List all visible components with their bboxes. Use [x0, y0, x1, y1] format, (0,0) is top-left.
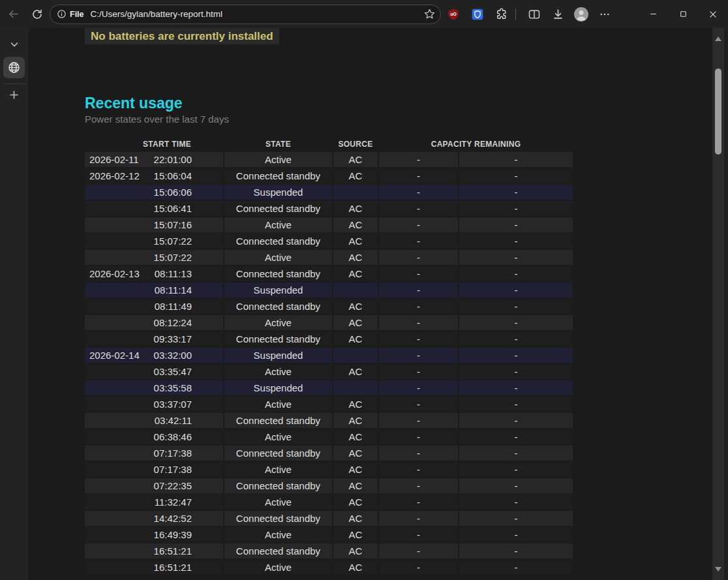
table-row: 15:07:16ActiveAC--	[85, 217, 573, 232]
cell-start-time: 07:17:38	[85, 446, 223, 461]
cell-capacity-1: -	[379, 364, 458, 379]
tab-actions-button[interactable]	[7, 37, 21, 51]
cell-state: Suspended	[224, 348, 332, 363]
cell-start-time: 11:32:47	[85, 495, 223, 510]
table-row: 07:17:38Connected standbyAC--	[85, 446, 573, 461]
sidebar-divider	[3, 84, 25, 84]
download-icon	[552, 8, 564, 20]
start-clock-time: 03:32:00	[154, 348, 223, 363]
table-row: 07:17:38ActiveAC--	[85, 462, 573, 477]
cell-capacity-1: -	[379, 331, 458, 346]
table-row: 15:07:22Connected standbyAC--	[85, 234, 573, 249]
table-row: 08:12:24ActiveAC--	[85, 315, 573, 330]
cell-capacity-2: -	[459, 478, 573, 493]
cell-source: AC	[333, 234, 378, 249]
cell-capacity-1: -	[379, 380, 458, 395]
refresh-button[interactable]	[28, 5, 46, 23]
table-row: 15:06:41Connected standbyAC--	[85, 201, 573, 216]
close-button[interactable]	[698, 0, 728, 28]
cell-source: AC	[333, 331, 378, 346]
start-clock-time: 03:37:07	[154, 397, 223, 412]
cell-source: AC	[333, 560, 378, 575]
profile-button[interactable]	[573, 5, 589, 23]
cell-start-time: 15:07:22	[85, 250, 223, 265]
cell-source: AC	[333, 266, 378, 281]
cell-capacity-1: -	[379, 217, 458, 232]
start-clock-time: 07:17:38	[154, 446, 223, 461]
section-title: Recent usage	[85, 94, 183, 112]
active-tab-battery-report[interactable]	[3, 57, 25, 78]
bitwarden-extension-button[interactable]	[471, 8, 484, 21]
start-date	[85, 364, 89, 379]
table-row: 08:11:14Suspended--	[85, 282, 573, 298]
cell-state: Connected standby	[224, 331, 332, 346]
start-date	[85, 462, 89, 477]
maximize-button[interactable]	[668, 0, 698, 28]
extensions-menu-button[interactable]	[495, 8, 508, 21]
cell-start-time: 16:51:21	[85, 560, 223, 575]
cell-source: AC	[333, 299, 378, 314]
start-clock-time: 03:35:47	[154, 364, 223, 379]
cell-capacity-2: -	[459, 152, 573, 167]
settings-menu-button[interactable]	[597, 5, 613, 23]
ublock-extension-button[interactable]: uO	[447, 8, 460, 21]
cell-start-time: 07:17:38	[85, 462, 223, 477]
cell-state: Suspended	[224, 185, 332, 200]
cell-state: Connected standby	[224, 266, 332, 281]
cell-state: Connected standby	[224, 511, 332, 526]
cell-state: Connected standby	[224, 168, 332, 183]
table-row: 2026-02-1122:01:00ActiveAC--	[85, 152, 573, 167]
new-tab-button[interactable]	[7, 87, 22, 102]
start-clock-time: 03:42:11	[155, 413, 223, 428]
scroll-up-arrow-icon[interactable]	[715, 37, 721, 41]
info-icon[interactable]	[57, 9, 67, 19]
start-date	[85, 217, 89, 232]
cell-start-time: 09:33:17	[85, 331, 223, 346]
cell-start-time: 15:06:06	[85, 185, 223, 200]
page-scrollbar[interactable]	[712, 28, 724, 580]
start-date	[85, 527, 89, 542]
cell-capacity-2: -	[459, 331, 573, 346]
start-date	[85, 331, 89, 346]
cell-source: AC	[333, 527, 378, 542]
table-row: 07:22:35Connected standbyAC--	[85, 478, 573, 493]
back-button[interactable]	[4, 5, 22, 23]
url-text[interactable]: C:/Users/gylan/battery-report.html	[91, 9, 422, 19]
toolbar-divider	[515, 8, 516, 20]
split-screen-button[interactable]	[526, 5, 542, 23]
window-edge	[724, 28, 728, 580]
start-clock-time: 03:35:58	[154, 380, 223, 395]
favorites-button[interactable]	[422, 7, 436, 22]
back-icon	[7, 8, 20, 20]
table-row: 09:33:17Connected standbyAC--	[85, 331, 573, 346]
globe-icon	[7, 61, 21, 74]
scrollbar-thumb[interactable]	[715, 69, 721, 155]
recent-usage-table: START TIME STATE SOURCE CAPACITY REMAINI…	[85, 138, 573, 576]
start-date: 2026-02-14	[85, 348, 140, 363]
start-date	[85, 446, 89, 461]
start-clock-time: 16:51:21	[154, 543, 223, 558]
start-date	[85, 511, 89, 526]
address-bar[interactable]: File C:/Users/gylan/battery-report.html	[50, 5, 441, 24]
cell-capacity-1: -	[379, 250, 458, 265]
cell-state: Connected standby	[224, 299, 332, 314]
cell-capacity-1: -	[379, 266, 458, 281]
cell-capacity-2: -	[459, 380, 573, 395]
cell-capacity-1: -	[379, 315, 458, 330]
scroll-down-arrow-icon[interactable]	[715, 567, 721, 572]
cell-capacity-1: -	[379, 397, 458, 412]
cell-state: Active	[224, 217, 332, 232]
cell-source: AC	[333, 478, 378, 493]
minimize-button[interactable]	[638, 0, 668, 28]
table-header: START TIME STATE SOURCE CAPACITY REMAINI…	[85, 138, 573, 151]
table-row: 15:07:22ActiveAC--	[85, 250, 573, 265]
table-row: 03:35:47ActiveAC--	[85, 364, 573, 379]
start-clock-time: 15:06:06	[154, 185, 223, 200]
start-date: 2026-02-12	[85, 168, 140, 183]
cell-source: AC	[333, 511, 378, 526]
downloads-button[interactable]	[550, 5, 566, 23]
cell-start-time: 07:22:35	[85, 478, 223, 493]
start-clock-time: 09:33:17	[154, 331, 223, 346]
table-row: 2026-02-1308:11:13Connected standbyAC--	[85, 266, 573, 281]
table-row: 03:35:58Suspended--	[85, 380, 573, 395]
